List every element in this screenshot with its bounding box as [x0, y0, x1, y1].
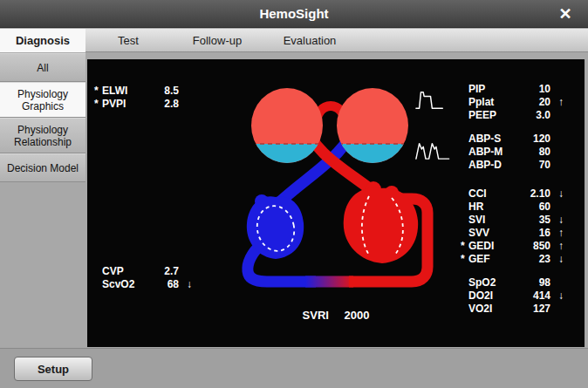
- param-label: SVV: [468, 227, 509, 239]
- param-value: 120: [509, 133, 550, 145]
- param-label: GEDI: [468, 240, 509, 252]
- setup-button[interactable]: Setup: [14, 357, 92, 381]
- param-row: CVP 2.7: [94, 264, 192, 277]
- tabbar: Diagnosis Test Follow-up Evaluation: [0, 29, 588, 52]
- param-label: ABP-D: [468, 159, 509, 171]
- param-value: 20: [509, 96, 550, 108]
- param-row: PEEP 3.0: [461, 108, 564, 121]
- param-value: 3.0: [509, 109, 550, 121]
- attention-marker: *: [94, 98, 102, 110]
- param-value: 127: [509, 303, 550, 315]
- oxy-param-list: SpO2 98 DO2I 414 ↓: [461, 276, 564, 315]
- param-label: VO2I: [468, 303, 509, 315]
- param-label: ELWI: [102, 85, 143, 97]
- param-value: 8.5: [143, 85, 179, 97]
- param-value: 850: [509, 240, 550, 252]
- svri-label: SVRI: [303, 309, 329, 322]
- param-value: 23: [509, 253, 550, 265]
- sidebar-item-all[interactable]: All: [0, 53, 85, 82]
- param-row: DO2I 414 ↓: [461, 289, 564, 302]
- param-value: 70: [509, 159, 550, 171]
- close-icon[interactable]: ✕: [550, 0, 581, 28]
- tab-evaluation[interactable]: Evaluation: [263, 29, 356, 52]
- sidebar: All Physiology Graphics Physiology Relat…: [0, 53, 85, 182]
- param-label: PEEP: [468, 109, 509, 121]
- attention-marker: *: [461, 253, 468, 265]
- param-value: 60: [509, 201, 550, 213]
- param-row: * PVPI 2.8: [94, 97, 192, 110]
- param-row: ABP-M 80: [461, 145, 564, 158]
- param-label: Pplat: [468, 96, 509, 108]
- hemo-param-list: CCI 2.10 ↓ HR 60: [461, 187, 564, 265]
- param-label: HR: [468, 201, 509, 213]
- param-label: SVI: [468, 214, 509, 226]
- trend-arrow-icon: ↑: [550, 96, 564, 108]
- param-value: 2.7: [143, 265, 179, 277]
- param-label: ABP-M: [468, 146, 509, 158]
- tab-follow-up[interactable]: Follow-up: [171, 29, 263, 52]
- trend-arrow-icon: ↓: [550, 214, 564, 226]
- param-row: HR 60: [461, 200, 564, 213]
- sidebar-item-physiology-relationship[interactable]: Physiology Relationship: [0, 118, 85, 153]
- param-value: 2.10: [509, 187, 550, 200]
- venous-param-list: CVP 2.7 ScvO2 68 ↓: [94, 264, 192, 290]
- param-value: 2.8: [143, 98, 179, 110]
- lung-param-list: * ELWI 8.5 * PVPI 2.8: [94, 84, 192, 110]
- param-row: CCI 2.10 ↓: [461, 187, 564, 200]
- attention-marker: *: [94, 85, 102, 97]
- param-row: * GEF 23 ↓: [461, 252, 564, 265]
- param-label: ScvO2: [102, 278, 143, 290]
- trend-arrow-icon: ↓: [550, 289, 564, 302]
- param-row: ABP-S 120: [461, 132, 564, 145]
- abp-param-list: ABP-S 120 ABP-M 80: [461, 132, 564, 171]
- trend-arrow-icon: ↓: [550, 187, 564, 200]
- param-label: PIP: [468, 83, 509, 95]
- param-value: 35: [509, 214, 550, 226]
- svri-readout: SVRI 2000: [218, 309, 454, 322]
- param-row: ABP-D 70: [461, 158, 564, 171]
- param-value: 80: [509, 146, 550, 158]
- param-label: CCI: [468, 187, 509, 200]
- param-row: * GEDI 850 ↑: [461, 239, 564, 252]
- tab-test[interactable]: Test: [85, 29, 171, 52]
- param-label: PVPI: [102, 98, 143, 110]
- param-label: DO2I: [468, 289, 509, 302]
- physiology-graphics-panel: * ELWI 8.5 * PVPI 2.8 CVP: [87, 59, 585, 347]
- param-label: ABP-S: [468, 133, 509, 145]
- param-row: SVV 16 ↑: [461, 226, 564, 239]
- param-value: 10: [509, 83, 550, 95]
- param-row: ScvO2 68 ↓: [94, 277, 192, 290]
- param-row: PIP 10: [461, 82, 564, 95]
- param-row: Pplat 20 ↑: [461, 95, 564, 108]
- trend-arrow-icon: ↓: [179, 278, 192, 290]
- circulation-diagram: [218, 73, 454, 317]
- sidebar-item-physiology-graphics[interactable]: Physiology Graphics: [0, 82, 85, 118]
- param-label: CVP: [102, 265, 143, 277]
- trend-arrow-icon: ↓: [550, 253, 564, 265]
- param-row: SpO2 98: [461, 276, 564, 289]
- param-label: SpO2: [468, 276, 509, 289]
- bottom-bar: Setup: [0, 348, 588, 388]
- param-label: GEF: [468, 253, 509, 265]
- trend-arrow-icon: ↑: [550, 227, 564, 239]
- param-row: * ELWI 8.5: [94, 84, 192, 97]
- titlebar: HemoSight ✕: [0, 0, 588, 28]
- param-value: 98: [509, 276, 550, 289]
- vent-param-list: PIP 10 Pplat 20 ↑: [461, 82, 564, 121]
- tab-diagnosis[interactable]: Diagnosis: [0, 29, 85, 52]
- window-title: HemoSight: [0, 0, 588, 28]
- param-value: 414: [509, 289, 550, 302]
- svri-value: 2000: [345, 309, 370, 322]
- param-value: 16: [509, 227, 550, 239]
- param-value: 68: [143, 278, 179, 290]
- attention-marker: *: [461, 240, 468, 252]
- sidebar-item-decision-model[interactable]: Decision Model: [0, 153, 85, 182]
- trend-arrow-icon: ↑: [550, 240, 564, 252]
- param-row: SVI 35 ↓: [461, 213, 564, 226]
- param-row: VO2I 127: [461, 302, 564, 315]
